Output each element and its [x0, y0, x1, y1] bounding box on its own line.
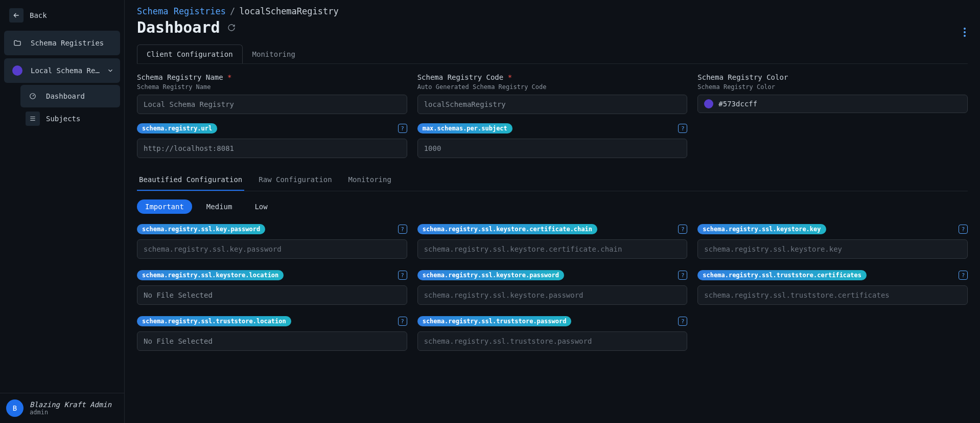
ssl-keystore-key-input[interactable]	[697, 239, 968, 259]
sidebar-subitem-label: Dashboard	[46, 92, 85, 100]
schema-registry-code-input[interactable]	[417, 95, 688, 114]
help-icon[interactable]: ?	[398, 225, 407, 234]
main-content: Schema Registries / localSchemaRegistry …	[125, 0, 980, 423]
ssl-key-password-input[interactable]	[137, 239, 407, 259]
max-schemas-input[interactable]	[417, 139, 688, 158]
prop-pill: max.schemas.per.subject	[417, 123, 512, 133]
color-swatch	[704, 99, 713, 108]
sidebar-item-label: Schema Registries	[31, 39, 114, 47]
back-button[interactable]: Back	[4, 4, 120, 27]
svg-point-3	[964, 35, 966, 37]
field-ssl-truststore-location: schema.registry.ssl.truststore.location …	[137, 316, 407, 351]
svg-point-2	[964, 31, 966, 33]
breadcrumb-current: localSchemaRegistry	[239, 6, 338, 16]
subtab-monitoring[interactable]: Monitoring	[346, 170, 393, 191]
ssl-truststore-certs-input[interactable]	[697, 285, 968, 305]
required-icon: *	[508, 73, 512, 81]
help-icon[interactable]: ?	[678, 317, 687, 326]
help-icon[interactable]: ?	[398, 124, 407, 133]
svg-point-1	[964, 28, 966, 30]
prop-pill: schema.registry.ssl.key.password	[137, 224, 265, 234]
gauge-icon	[26, 89, 40, 103]
sidebar-item-local-schema-registry[interactable]: Local Schema Regi…	[4, 58, 120, 83]
ssl-keystore-location-input[interactable]	[137, 285, 407, 305]
schema-registry-url-input[interactable]	[137, 139, 407, 158]
breadcrumb-root[interactable]: Schema Registries	[137, 6, 226, 16]
ssl-truststore-location-input[interactable]	[137, 331, 407, 351]
main-tabs: Client Configuration Monitoring	[137, 44, 968, 64]
prop-pill: schema.registry.ssl.keystore.key	[697, 224, 826, 234]
config-subtabs: Beautified Configuration Raw Configurati…	[137, 170, 968, 191]
sidebar-item-schema-registries[interactable]: Schema Registries	[4, 31, 120, 55]
field-schema-registry-color: Schema Registry Color Schema Registry Co…	[697, 73, 968, 114]
subtab-raw[interactable]: Raw Configuration	[256, 170, 334, 191]
refresh-icon[interactable]	[227, 24, 236, 32]
field-schema-registry-name: Schema Registry Name * Schema Registry N…	[137, 73, 407, 114]
field-ssl-keystore-password: schema.registry.ssl.keystore.password ?	[417, 270, 688, 305]
back-label: Back	[30, 11, 47, 19]
kebab-menu-icon[interactable]	[962, 26, 968, 39]
field-schema-registry-url: schema.registry.url ?	[137, 123, 407, 158]
help-icon[interactable]: ?	[678, 271, 687, 280]
tab-client-configuration[interactable]: Client Configuration	[137, 44, 243, 63]
prop-pill: schema.registry.ssl.keystore.password	[417, 270, 564, 280]
breadcrumb-sep: /	[230, 6, 235, 16]
required-icon: *	[227, 73, 231, 81]
schema-registry-name-input[interactable]	[137, 95, 407, 114]
filter-important[interactable]: Important	[137, 199, 192, 214]
prop-pill: schema.registry.ssl.truststore.location	[137, 316, 291, 326]
subtab-beautified[interactable]: Beautified Configuration	[137, 170, 244, 191]
prop-pill: schema.registry.ssl.keystore.location	[137, 270, 284, 280]
filter-low[interactable]: Low	[246, 199, 275, 214]
page-title: Dashboard	[137, 18, 220, 36]
field-ssl-keystore-cert-chain: schema.registry.ssl.keystore.certificate…	[417, 224, 688, 259]
prop-pill: schema.registry.ssl.truststore.password	[417, 316, 572, 326]
field-schema-registry-code: Schema Registry Code * Auto Generated Sc…	[417, 73, 688, 114]
field-ssl-keystore-location: schema.registry.ssl.keystore.location ?	[137, 270, 407, 305]
prop-pill: schema.registry.ssl.truststore.certifica…	[697, 270, 867, 280]
help-icon[interactable]: ?	[678, 225, 687, 234]
field-ssl-truststore-password: schema.registry.ssl.truststore.password …	[417, 316, 688, 351]
user-footer[interactable]: B Blazing Kraft Admin admin	[0, 393, 124, 423]
field-max-schemas-per-subject: max.schemas.per.subject ?	[417, 123, 688, 158]
importance-filters: Important Medium Low	[137, 199, 968, 214]
breadcrumb: Schema Registries / localSchemaRegistry	[137, 6, 968, 16]
prop-pill: schema.registry.ssl.keystore.certificate…	[417, 224, 597, 234]
ssl-keystore-cert-chain-input[interactable]	[417, 239, 688, 259]
back-arrow-icon	[9, 8, 24, 23]
sidebar-subitem-subjects[interactable]: Subjects	[20, 107, 120, 130]
tab-monitoring[interactable]: Monitoring	[243, 44, 305, 63]
sidebar-item-label: Local Schema Regi…	[31, 66, 101, 75]
list-icon	[26, 112, 40, 126]
schema-registry-color-input[interactable]: #573dccff	[697, 95, 968, 113]
field-ssl-keystore-key: schema.registry.ssl.keystore.key ?	[697, 224, 968, 259]
ssl-truststore-password-input[interactable]	[417, 331, 688, 351]
sidebar-subitem-dashboard[interactable]: Dashboard	[20, 85, 120, 107]
sidebar-subitem-label: Subjects	[46, 115, 80, 123]
help-icon[interactable]: ?	[398, 317, 407, 326]
user-role: admin	[30, 409, 111, 416]
ssl-keystore-password-input[interactable]	[417, 285, 688, 305]
help-icon[interactable]: ?	[398, 271, 407, 280]
help-icon[interactable]: ?	[959, 225, 968, 234]
help-icon[interactable]: ?	[959, 271, 968, 280]
field-ssl-truststore-certs: schema.registry.ssl.truststore.certifica…	[697, 270, 968, 305]
circle-icon	[10, 63, 25, 78]
help-icon[interactable]: ?	[678, 124, 687, 133]
filter-medium[interactable]: Medium	[198, 199, 241, 214]
avatar: B	[6, 399, 24, 417]
user-name: Blazing Kraft Admin	[30, 400, 111, 409]
field-ssl-key-password: schema.registry.ssl.key.password ?	[137, 224, 407, 259]
folder-icon	[10, 36, 25, 50]
prop-pill: schema.registry.url	[137, 123, 217, 133]
chevron-down-icon	[107, 67, 114, 74]
sidebar: Back Schema Registries Local Schema Regi…	[0, 0, 125, 423]
